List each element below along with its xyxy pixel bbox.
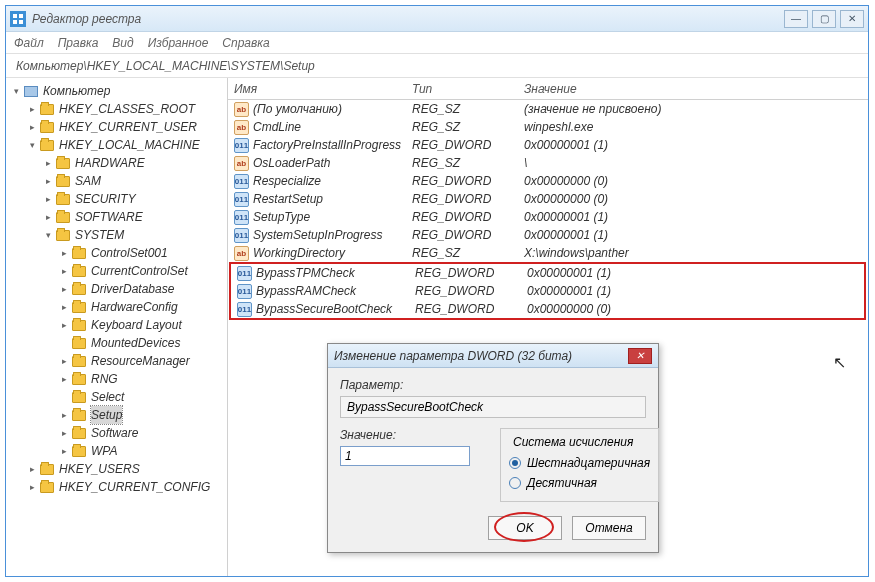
value-input[interactable] [340, 446, 470, 466]
tree-root[interactable]: ▾Компьютер [10, 82, 227, 100]
list-row[interactable]: ab(По умолчанию)REG_SZ(значение не присв… [228, 100, 868, 118]
chevron-right-icon[interactable]: ▸ [58, 319, 70, 331]
value-data: 0x00000000 (0) [521, 302, 864, 316]
chevron-right-icon[interactable]: ▸ [58, 427, 70, 439]
chevron-right-icon[interactable]: ▸ [42, 175, 54, 187]
list-row[interactable]: 011FactoryPreInstallInProgressREG_DWORD0… [228, 136, 868, 154]
tree-md[interactable]: MountedDevices [58, 334, 227, 352]
chevron-right-icon[interactable]: ▸ [42, 193, 54, 205]
folder-icon [72, 410, 86, 421]
list-header[interactable]: Имя Тип Значение [228, 78, 868, 100]
tree-hklm[interactable]: ▾HKEY_LOCAL_MACHINE [26, 136, 227, 154]
chevron-right-icon[interactable]: ▸ [58, 283, 70, 295]
chevron-right-icon[interactable]: ▸ [58, 445, 70, 457]
list-row[interactable]: 011BypassRAMCheckREG_DWORD0x00000001 (1) [231, 282, 864, 300]
chevron-right-icon[interactable]: ▸ [58, 409, 70, 421]
tree-driverdb[interactable]: ▸DriverDatabase [58, 280, 227, 298]
close-button[interactable]: ✕ [840, 10, 864, 28]
value-data: 0x00000000 (0) [518, 192, 868, 206]
list-body: ab(По умолчанию)REG_SZ(значение не присв… [228, 100, 868, 262]
folder-icon [40, 104, 54, 115]
tree-sw[interactable]: ▸Software [58, 424, 227, 442]
list-row[interactable]: abWorkingDirectoryREG_SZX:\windows\panth… [228, 244, 868, 262]
value-name: Respecialize [253, 174, 321, 188]
tree-hwconfig[interactable]: ▸HardwareConfig [58, 298, 227, 316]
maximize-button[interactable]: ▢ [812, 10, 836, 28]
titlebar[interactable]: Редактор реестра — ▢ ✕ [6, 6, 868, 32]
address-text: Компьютер\HKEY_LOCAL_MACHINE\SYSTEM\Setu… [16, 59, 315, 73]
menu-favorites[interactable]: Избранное [148, 36, 209, 50]
chevron-right-icon[interactable]: ▸ [26, 103, 38, 115]
list-row[interactable]: 011SystemSetupInProgressREG_DWORD0x00000… [228, 226, 868, 244]
list-row[interactable]: 011RespecializeREG_DWORD0x00000000 (0) [228, 172, 868, 190]
header-name[interactable]: Имя [228, 82, 406, 96]
chevron-right-icon[interactable]: ▸ [26, 481, 38, 493]
chevron-right-icon[interactable]: ▸ [58, 301, 70, 313]
tree-wpa[interactable]: ▸WPA [58, 442, 227, 460]
chevron-right-icon[interactable]: ▸ [26, 121, 38, 133]
list-row[interactable]: 011BypassTPMCheckREG_DWORD0x00000001 (1) [231, 264, 864, 282]
tree-hku[interactable]: ▸HKEY_USERS [26, 460, 227, 478]
value-name: WorkingDirectory [253, 246, 345, 260]
tree-hkcc[interactable]: ▸HKEY_CURRENT_CONFIG [26, 478, 227, 496]
menu-view[interactable]: Вид [112, 36, 133, 50]
radio-hex[interactable]: Шестнадцатеричная [509, 453, 650, 473]
menu-edit[interactable]: Правка [58, 36, 99, 50]
tree-cs001[interactable]: ▸ControlSet001 [58, 244, 227, 262]
menubar: Файл Правка Вид Избранное Справка [6, 32, 868, 54]
tree-security[interactable]: ▸SECURITY [42, 190, 227, 208]
radio-icon [509, 477, 521, 489]
chevron-right-icon[interactable]: ▸ [58, 265, 70, 277]
ok-button[interactable]: OK [488, 516, 562, 540]
chevron-right-icon[interactable]: ▸ [42, 157, 54, 169]
chevron-down-icon[interactable]: ▾ [42, 229, 54, 241]
value-data: 0x00000001 (1) [518, 228, 868, 242]
cancel-button[interactable]: Отмена [572, 516, 646, 540]
tree-hkcu[interactable]: ▸HKEY_CURRENT_USER [26, 118, 227, 136]
value-type: REG_DWORD [406, 174, 518, 188]
radio-dec[interactable]: Десятичная [509, 473, 650, 493]
header-data[interactable]: Значение [518, 82, 868, 96]
chevron-right-icon[interactable]: ▸ [42, 211, 54, 223]
folder-icon [72, 446, 86, 457]
tree-rm[interactable]: ▸ResourceManager [58, 352, 227, 370]
chevron-down-icon[interactable]: ▾ [26, 139, 38, 151]
tree-ccs[interactable]: ▸CurrentControlSet [58, 262, 227, 280]
dialog-titlebar[interactable]: Изменение параметра DWORD (32 бита) ✕ [328, 344, 658, 368]
tree-hkcr[interactable]: ▸HKEY_CLASSES_ROOT [26, 100, 227, 118]
chevron-right-icon[interactable]: ▸ [58, 247, 70, 259]
header-type[interactable]: Тип [406, 82, 518, 96]
menu-file[interactable]: Файл [14, 36, 44, 50]
tree-select[interactable]: Select [58, 388, 227, 406]
menu-help[interactable]: Справка [222, 36, 269, 50]
list-row[interactable]: abCmdLineREG_SZwinpeshl.exe [228, 118, 868, 136]
list-row[interactable]: 011RestartSetupREG_DWORD0x00000000 (0) [228, 190, 868, 208]
chevron-right-icon[interactable]: ▸ [58, 355, 70, 367]
value-name: OsLoaderPath [253, 156, 330, 170]
tree-rng[interactable]: ▸RNG [58, 370, 227, 388]
chevron-right-icon[interactable]: ▸ [26, 463, 38, 475]
tree-hardware[interactable]: ▸HARDWARE [42, 154, 227, 172]
tree-system[interactable]: ▾SYSTEM [42, 226, 227, 244]
chevron-right-icon[interactable]: ▸ [58, 373, 70, 385]
value-name: BypassRAMCheck [256, 284, 356, 298]
window-controls: — ▢ ✕ [784, 10, 864, 28]
list-row[interactable]: 011BypassSecureBootCheckREG_DWORD0x00000… [231, 300, 864, 318]
tree-kbd[interactable]: ▸Keyboard Layout [58, 316, 227, 334]
dialog-close-button[interactable]: ✕ [628, 348, 652, 364]
value-data: 0x00000001 (1) [518, 138, 868, 152]
list-row[interactable]: abOsLoaderPathREG_SZ\ [228, 154, 868, 172]
folder-icon [72, 374, 86, 385]
tree-sam[interactable]: ▸SAM [42, 172, 227, 190]
tree-software[interactable]: ▸SOFTWARE [42, 208, 227, 226]
param-name-field: BypassSecureBootCheck [340, 396, 646, 418]
tree-pane[interactable]: ▾Компьютер ▸HKEY_CLASSES_ROOT ▸HKEY_CURR… [6, 78, 228, 576]
dword-value-icon: 011 [234, 138, 249, 153]
tree-setup[interactable]: ▸Setup [58, 406, 227, 424]
list-row[interactable]: 011SetupTypeREG_DWORD0x00000001 (1) [228, 208, 868, 226]
chevron-down-icon[interactable]: ▾ [10, 85, 22, 97]
minimize-button[interactable]: — [784, 10, 808, 28]
value-data: 0x00000001 (1) [521, 266, 864, 280]
address-bar[interactable]: Компьютер\HKEY_LOCAL_MACHINE\SYSTEM\Setu… [6, 54, 868, 78]
radix-legend: Система исчисления [509, 435, 637, 449]
